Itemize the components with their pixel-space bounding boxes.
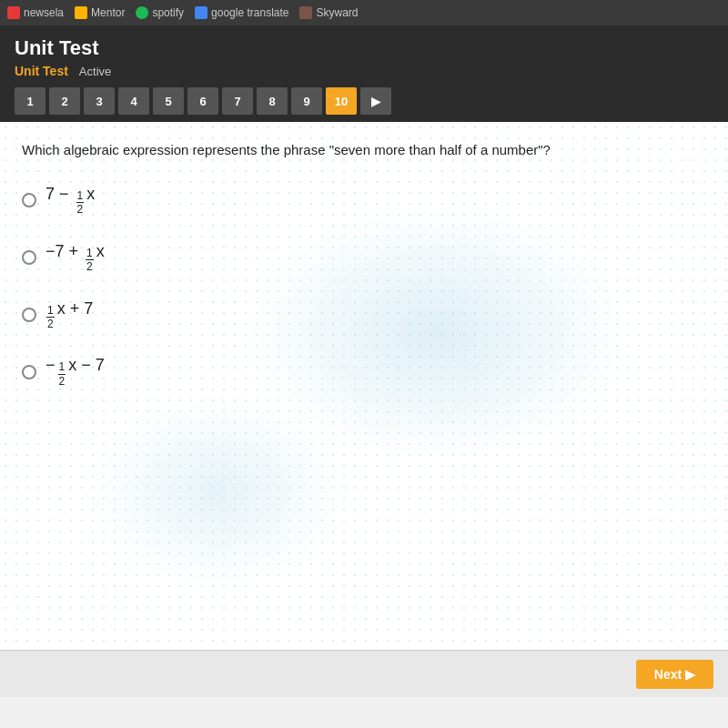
answer-options: 7 − 12x −7 + 12x 12x + 7 −12x − 7: [22, 185, 706, 388]
favicon-skyward: [299, 6, 312, 19]
nav-btn-6[interactable]: 6: [187, 87, 218, 115]
tab-google-label: google translate: [211, 6, 288, 19]
radio-a[interactable]: [22, 193, 36, 207]
question-text: Which algebraic expression represents th…: [22, 140, 706, 159]
question-content: Which algebraic expression represents th…: [0, 122, 728, 650]
subtitle-row: Unit Test Active: [15, 64, 713, 78]
option-b-math: −7 + 12x: [46, 242, 105, 274]
tab-skyward-label: Skyward: [316, 6, 358, 19]
radio-b[interactable]: [22, 250, 36, 265]
tab-google-translate[interactable]: google translate: [195, 6, 288, 19]
next-button[interactable]: Next ▶: [636, 660, 713, 689]
question-navigation: 1 2 3 4 5 6 7 8 9 10 ▶: [15, 87, 713, 115]
option-d-math: −12x − 7: [46, 356, 105, 388]
browser-tab-bar: newsela Mentor spotify google translate …: [0, 0, 728, 25]
option-c-math: 12x + 7: [46, 299, 93, 331]
tab-spotify-label: spotify: [152, 6, 184, 19]
favicon-google: [195, 6, 207, 19]
nav-next-arrow[interactable]: ▶: [360, 87, 391, 115]
nav-btn-3[interactable]: 3: [84, 87, 115, 115]
option-b[interactable]: −7 + 12x: [22, 242, 706, 274]
favicon-newsela: [7, 6, 20, 19]
favicon-spotify: [136, 6, 148, 19]
tab-newsela-label: newsela: [24, 6, 64, 19]
tab-mentor-label: Mentor: [91, 6, 125, 19]
page-header: Unit Test Unit Test Active 1 2 3 4 5 6 7…: [0, 25, 728, 122]
tab-newsela[interactable]: newsela: [7, 6, 64, 19]
nav-btn-8[interactable]: 8: [257, 87, 288, 115]
nav-btn-2[interactable]: 2: [49, 87, 80, 115]
radio-d[interactable]: [22, 365, 36, 379]
nav-btn-10[interactable]: 10: [326, 87, 357, 115]
radio-c[interactable]: [22, 308, 36, 322]
tab-skyward[interactable]: Skyward: [299, 6, 358, 19]
option-a[interactable]: 7 − 12x: [22, 185, 706, 217]
subtitle-link[interactable]: Unit Test: [15, 64, 68, 78]
nav-btn-1[interactable]: 1: [15, 87, 46, 115]
fraction-half-a: 12: [76, 189, 85, 217]
nav-btn-7[interactable]: 7: [222, 87, 253, 115]
footer-bar: Next ▶: [0, 650, 728, 697]
fraction-half-b: 12: [86, 247, 94, 274]
nav-btn-5[interactable]: 5: [153, 87, 184, 115]
status-badge: Active: [79, 65, 111, 78]
tab-mentor[interactable]: Mentor: [75, 6, 125, 19]
option-d[interactable]: −12x − 7: [22, 356, 706, 388]
fraction-half-c: 12: [46, 304, 55, 331]
favicon-mentor: [75, 6, 87, 19]
tab-spotify[interactable]: spotify: [136, 6, 184, 19]
nav-btn-9[interactable]: 9: [291, 87, 322, 115]
page-title: Unit Test: [15, 36, 713, 60]
fraction-half-d: 12: [58, 360, 66, 388]
option-c[interactable]: 12x + 7: [22, 299, 706, 331]
option-a-math: 7 − 12x: [46, 185, 95, 217]
nav-btn-4[interactable]: 4: [118, 87, 149, 115]
